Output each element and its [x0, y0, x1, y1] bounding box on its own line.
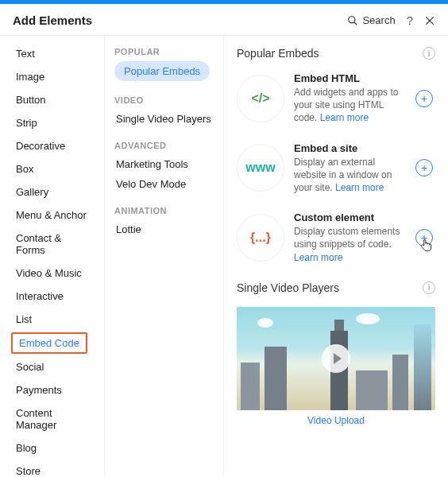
- category-item[interactable]: Box: [11, 159, 96, 179]
- subcategory-item[interactable]: Velo Dev Mode: [114, 175, 214, 193]
- help-icon[interactable]: ?: [407, 14, 413, 27]
- video-upload-thumbnail[interactable]: [237, 307, 435, 410]
- category-item[interactable]: Content Manager: [11, 403, 96, 435]
- embed-title: Custom element: [294, 211, 404, 223]
- decorative: [257, 318, 273, 328]
- category-item[interactable]: Interactive: [11, 286, 96, 306]
- learn-more-link[interactable]: Learn more: [320, 112, 369, 123]
- decorative: [414, 324, 431, 410]
- subcategory-group-header: ADVANCED: [114, 141, 214, 150]
- video-upload-caption[interactable]: Video Upload: [237, 415, 435, 426]
- embed-description: Display an external website in a window …: [294, 156, 404, 195]
- subcategory-list: POPULARPopular EmbedsVIDEOSingle Video P…: [105, 36, 224, 475]
- embed-type-icon: </>: [237, 75, 284, 122]
- category-item[interactable]: Menu & Anchor: [11, 205, 96, 225]
- section-header-video-players: Single Video Players i: [237, 281, 435, 294]
- decorative: [356, 370, 388, 410]
- category-item[interactable]: Embed Code: [11, 332, 87, 354]
- add-button-wrap: +: [413, 159, 435, 176]
- category-item[interactable]: List: [11, 309, 96, 329]
- section-title: Popular Embeds: [237, 47, 319, 60]
- info-icon[interactable]: i: [423, 47, 435, 60]
- category-item[interactable]: Button: [11, 90, 96, 110]
- learn-more-link[interactable]: Learn more: [335, 182, 384, 193]
- category-item[interactable]: Image: [11, 67, 96, 87]
- panel-title: Add Elements: [13, 14, 92, 27]
- add-button[interactable]: +: [415, 90, 433, 107]
- subcategory-group-header: ANIMATION: [114, 206, 214, 215]
- embed-item: </>Embed HTMLAdd widgets and apps to you…: [237, 72, 435, 125]
- section-title: Single Video Players: [237, 281, 339, 294]
- subcategory-item[interactable]: Popular Embeds: [114, 61, 210, 81]
- add-button[interactable]: +: [415, 229, 433, 246]
- embed-item: {...}Custom elementDisplay custom elemen…: [237, 211, 435, 264]
- svg-point-0: [349, 16, 355, 22]
- decorative: [265, 347, 287, 410]
- category-item[interactable]: Payments: [11, 380, 96, 400]
- header-actions: Search ?: [347, 14, 435, 27]
- category-item[interactable]: Contact & Forms: [11, 228, 96, 260]
- play-icon: [322, 344, 350, 373]
- category-item[interactable]: Gallery: [11, 182, 96, 202]
- category-item[interactable]: Text: [11, 44, 96, 64]
- decorative: [356, 313, 380, 324]
- embed-text: Custom elementDisplay custom elements us…: [294, 211, 404, 264]
- subcategory-group-header: POPULAR: [114, 47, 214, 56]
- search-icon: [347, 15, 358, 26]
- embed-type-icon: www: [237, 144, 284, 192]
- category-item[interactable]: Social: [11, 357, 96, 377]
- subcategory-item[interactable]: Single Video Players: [114, 110, 214, 128]
- add-button-wrap: +: [413, 90, 435, 107]
- category-item[interactable]: Store: [11, 461, 96, 475]
- embed-title: Embed a site: [294, 142, 404, 154]
- category-item[interactable]: Video & Music: [11, 263, 96, 283]
- search-label: Search: [362, 14, 395, 26]
- panel-header: Add Elements Search ?: [0, 4, 448, 36]
- category-list: TextImageButtonStripDecorativeBoxGallery…: [0, 36, 105, 475]
- content-pane: Popular Embeds i </>Embed HTMLAdd widget…: [224, 36, 448, 475]
- subcategory-item[interactable]: Lottie: [114, 220, 214, 238]
- embed-text: Embed a siteDisplay an external website …: [294, 142, 404, 195]
- embed-item: wwwEmbed a siteDisplay an external websi…: [237, 142, 435, 195]
- section-header-popular-embeds: Popular Embeds i: [237, 47, 435, 60]
- embed-title: Embed HTML: [294, 72, 404, 84]
- embed-type-icon: {...}: [237, 214, 284, 262]
- decorative: [392, 355, 408, 410]
- embed-list: </>Embed HTMLAdd widgets and apps to you…: [237, 72, 435, 264]
- search-button[interactable]: Search: [347, 14, 395, 26]
- close-icon[interactable]: [424, 15, 435, 26]
- embed-description: Add widgets and apps to your site using …: [294, 86, 404, 125]
- svg-line-1: [354, 21, 357, 25]
- category-item[interactable]: Blog: [11, 438, 96, 458]
- add-button-wrap: +: [413, 229, 435, 246]
- info-icon[interactable]: i: [423, 281, 435, 294]
- category-item[interactable]: Decorative: [11, 136, 96, 156]
- panel-body: TextImageButtonStripDecorativeBoxGallery…: [0, 36, 448, 475]
- embed-description: Display custom elements using snippets o…: [294, 225, 404, 264]
- category-item[interactable]: Strip: [11, 113, 96, 133]
- embed-text: Embed HTMLAdd widgets and apps to your s…: [294, 72, 404, 125]
- subcategory-item[interactable]: Marketing Tools: [114, 155, 214, 173]
- learn-more-link[interactable]: Learn more: [294, 252, 342, 263]
- subcategory-group-header: VIDEO: [114, 95, 214, 105]
- add-button[interactable]: +: [415, 159, 433, 176]
- decorative: [241, 363, 260, 410]
- decorative: [334, 320, 344, 331]
